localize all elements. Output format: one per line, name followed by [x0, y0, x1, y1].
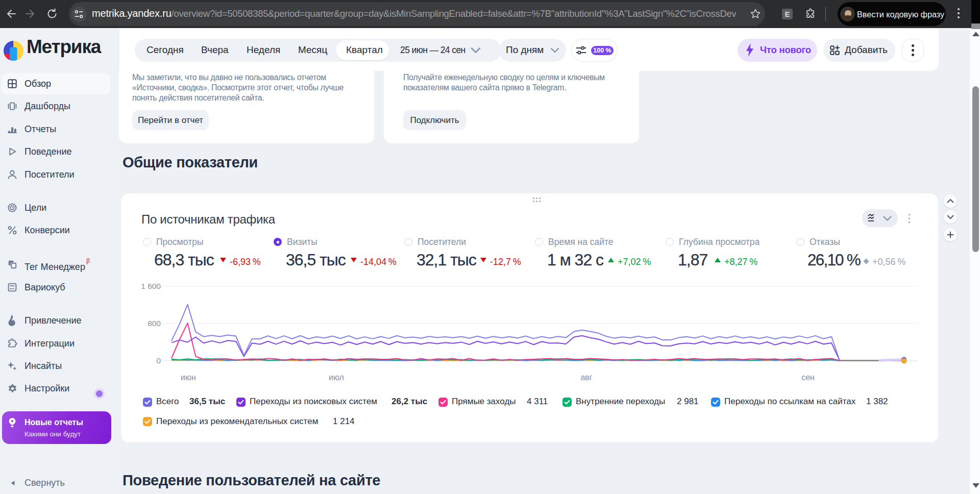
- svg-text:июл: июл: [329, 373, 344, 382]
- svg-text:1 600: 1 600: [141, 282, 161, 290]
- svg-text:июн: июн: [181, 373, 196, 382]
- svg-text:800: 800: [148, 319, 161, 328]
- svg-text:0: 0: [156, 356, 161, 365]
- svg-text:сен: сен: [801, 373, 815, 382]
- svg-text:авг: авг: [580, 373, 592, 382]
